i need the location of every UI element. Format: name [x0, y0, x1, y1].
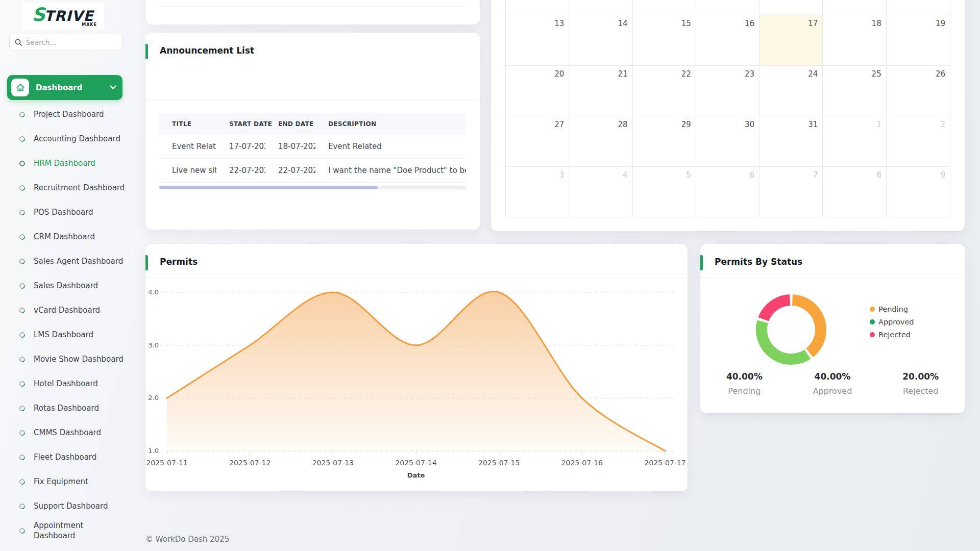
legend-label: Pending — [878, 305, 908, 313]
footer-copyright: © WorkDo Dash 2025 — [145, 535, 229, 544]
svg-text:4.0: 4.0 — [148, 288, 159, 296]
calendar-week-row — [506, 0, 950, 15]
calendar-day[interactable] — [887, 0, 950, 15]
summary-label: Approved — [789, 386, 877, 396]
sidebar-item-crm-dashboard[interactable]: CRM Dashboard — [0, 224, 134, 249]
calendar-day[interactable] — [823, 0, 886, 15]
calendar-day[interactable]: 25 — [823, 66, 886, 116]
calendar-day[interactable]: 31 — [760, 116, 823, 166]
table-row: Live new site22-07-202522-07-2025I want … — [159, 159, 466, 183]
accent-bar — [145, 255, 148, 270]
calendar-day[interactable]: 19 — [887, 15, 950, 65]
sidebar-item-support-dashboard[interactable]: Support Dashboard — [0, 494, 134, 518]
announcement-table-header-row: TITLESTART DATEEND DATEDESCRIPTION — [159, 113, 466, 135]
donut-segment-approved[interactable] — [762, 321, 807, 359]
permits-area-chart: 4.03.02.01.02025-07-112025-07-122025-07-… — [145, 278, 688, 491]
calendar-day[interactable]: 1 — [823, 116, 886, 166]
svg-text:3.0: 3.0 — [148, 341, 159, 349]
calendar-day[interactable] — [506, 0, 569, 15]
horizontal-scrollbar[interactable] — [159, 186, 466, 189]
table-row: Event Related17-07-202518-07-2025Event R… — [159, 135, 466, 159]
calendar-day[interactable]: 20 — [506, 66, 569, 116]
calendar-day[interactable]: 28 — [569, 116, 632, 166]
calendar-day[interactable]: 15 — [633, 15, 696, 65]
table-cell: Live new site — [159, 159, 216, 183]
calendar-day[interactable]: 26 — [887, 66, 950, 116]
svg-text:2025-07-14: 2025-07-14 — [395, 459, 436, 467]
sidebar-item-lms-dashboard[interactable]: LMS Dashboard — [0, 322, 134, 347]
logo-s-mark: S — [32, 6, 44, 24]
svg-text:Date: Date — [407, 471, 425, 479]
donut-segment-rejected[interactable] — [764, 300, 790, 319]
accent-bar — [700, 255, 703, 270]
legend-item-approved[interactable]: Approved — [870, 318, 914, 326]
brand-logo[interactable]: STRIVE MAKE — [21, 3, 104, 30]
calendar-day[interactable]: 4 — [569, 167, 632, 217]
legend-label: Approved — [878, 318, 914, 326]
sidebar-item-movie-show-dashboard[interactable]: Movie Show Dashboard — [0, 347, 134, 371]
dashboard-menu-button[interactable]: Dashboard — [7, 75, 122, 100]
calendar-day[interactable]: 2 — [887, 116, 950, 166]
legend-dot-icon — [870, 307, 875, 312]
calendar-day[interactable]: 16 — [696, 15, 760, 65]
calendar-day[interactable]: 27 — [506, 116, 569, 166]
partial-card-divider — [158, 6, 467, 7]
svg-text:2025-07-15: 2025-07-15 — [478, 459, 520, 467]
sidebar-item-recruitment-dashboard[interactable]: Recruitment Dashboard — [0, 176, 134, 200]
scrollbar-thumb[interactable] — [159, 186, 378, 189]
legend-item-rejected[interactable]: Rejected — [870, 331, 914, 339]
sidebar-item-fleet-dashboard[interactable]: Fleet Dashboard — [0, 445, 134, 469]
calendar-day[interactable]: 6 — [696, 167, 760, 217]
legend-dot-icon — [870, 319, 875, 324]
calendar-day[interactable]: 30 — [696, 116, 760, 166]
calendar-day[interactable]: 29 — [633, 116, 696, 166]
calendar-day[interactable] — [569, 0, 632, 15]
sidebar-item-sales-dashboard[interactable]: Sales Dashboard — [0, 273, 134, 298]
calendar-day-today[interactable]: 17 — [760, 15, 823, 65]
summary-pending: 40.00%Pending — [700, 371, 789, 396]
calendar-day[interactable]: 22 — [633, 66, 696, 116]
calendar-day[interactable]: 18 — [823, 15, 886, 65]
donut-segment-pending[interactable] — [792, 300, 821, 353]
sidebar: STRIVE MAKE Dashboard Project DashboardA… — [0, 0, 134, 551]
sidebar-item-fix-equipment[interactable]: Fix Equipment — [0, 469, 134, 494]
sidebar-item-project-dashboard[interactable]: Project Dashboard — [0, 102, 134, 127]
calendar-day[interactable] — [633, 0, 696, 15]
sidebar-item-accounting-dashboard[interactable]: Accounting Dashboard — [0, 127, 134, 151]
calendar-day[interactable]: 24 — [760, 66, 823, 116]
calendar-day[interactable] — [696, 0, 760, 15]
sidebar-item-appointment-dashboard[interactable]: Appointment Dashboard — [0, 518, 134, 543]
calendar-day[interactable]: 9 — [887, 167, 950, 217]
calendar-day[interactable] — [760, 0, 823, 15]
permits-by-status-card: Permits By Status PendingApprovedRejecte… — [700, 244, 965, 413]
calendar-day[interactable]: 14 — [569, 15, 632, 65]
table-cell: I want the name "Doe Product" to be syno — [315, 159, 466, 183]
calendar-day[interactable]: 3 — [506, 167, 569, 217]
sidebar-item-hrm-dashboard[interactable]: HRM Dashboard — [0, 151, 134, 176]
svg-text:2.0: 2.0 — [148, 394, 159, 402]
calendar-day[interactable]: 21 — [569, 66, 632, 116]
table-header-cell: END DATE — [265, 113, 315, 135]
svg-text:2025-07-13: 2025-07-13 — [312, 459, 354, 467]
circle-icon — [18, 306, 26, 314]
search-input[interactable] — [26, 38, 108, 46]
calendar-day[interactable]: 23 — [696, 66, 760, 116]
sidebar-item-hotel-dashboard[interactable]: Hotel Dashboard — [0, 371, 134, 396]
legend-item-pending[interactable]: Pending — [870, 305, 914, 313]
sidebar-item-vcard-dashboard[interactable]: vCard Dashboard — [0, 298, 134, 322]
calendar-day[interactable]: 7 — [760, 167, 823, 217]
calendar-day[interactable]: 13 — [506, 15, 569, 65]
calendar-day[interactable]: 5 — [633, 167, 696, 217]
announcement-card: Announcement List TITLESTART DATEEND DAT… — [145, 33, 480, 230]
permits-by-status-title: Permits By Status — [715, 257, 802, 267]
circle-icon — [18, 159, 26, 167]
search-icon — [15, 39, 22, 46]
circle-icon — [18, 478, 26, 485]
sidebar-item-cmms-dashboard[interactable]: CMMS Dashboard — [0, 420, 134, 445]
sidebar-item-pos-dashboard[interactable]: POS Dashboard — [0, 200, 134, 224]
svg-text:1.0: 1.0 — [148, 447, 159, 455]
sidebar-item-sales-agent-dashboard[interactable]: Sales Agent Dashboard — [0, 249, 134, 273]
search-box[interactable] — [9, 34, 122, 51]
sidebar-item-rotas-dashboard[interactable]: Rotas Dashboard — [0, 396, 134, 420]
calendar-day[interactable]: 8 — [823, 167, 886, 217]
